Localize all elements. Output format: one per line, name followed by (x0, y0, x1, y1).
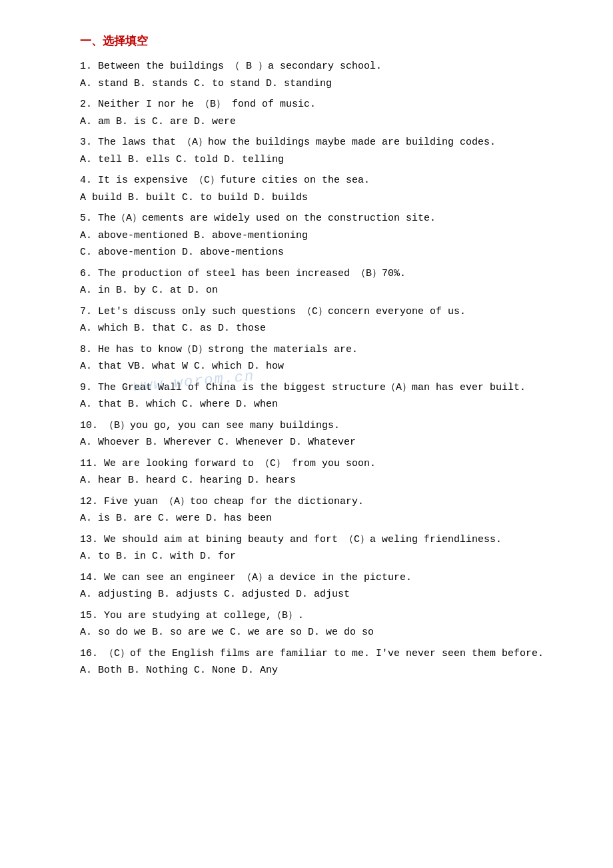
question-10-text: 10. （B）you go, you can see many building… (80, 417, 560, 435)
question-12-text: 12. Five yuan （A）too cheap for the dicti… (80, 493, 560, 511)
question-9-options: A. that B. which C. where D. when (80, 396, 560, 413)
question-4: 4. It is expensive （C）future cities on t… (80, 172, 560, 206)
question-5: 5. The（A）cements are widely used on the … (80, 210, 560, 261)
question-15-options: A. so do we B. so are we C. we are so D.… (80, 624, 560, 641)
question-8-options: A. that VB. what W C. which D. how (80, 358, 560, 375)
question-7-options: A. which B. that C. as D. those (80, 320, 560, 337)
question-11-options: A. hear B. heard C. hearing D. hears (80, 472, 560, 489)
question-1-options: A. stand B. stands C. to stand D. standi… (80, 75, 560, 93)
question-12: 12. Five yuan （A）too cheap for the dicti… (80, 493, 560, 527)
question-9: 9. The Great Wall of China is the bigges… (80, 379, 560, 413)
question-7: 7. Let's discuss only such questions （C）… (80, 303, 560, 337)
question-3-options: A. tell B. ells C. told D. telling (80, 151, 560, 169)
question-14-options: A. adjusting B. adjusts C. adjusted D. a… (80, 586, 560, 603)
question-15-text: 15. You are studying at college,（B）. (80, 607, 560, 625)
question-8-text: 8. He has to know（D）strong the materials… (80, 341, 560, 359)
question-14-text: 14. We can see an engineer （A）a device i… (80, 569, 560, 587)
question-3: 3. The laws that （A）how the buildings ma… (80, 134, 560, 168)
question-13-options: A. to B. in C. with D. for (80, 548, 560, 565)
question-4-options: A build B. built C. to build D. builds (80, 189, 560, 207)
question-16-text: 16. （C）of the English films are familiar… (80, 645, 560, 663)
question-2-options: A. am B. is C. are D. were (80, 113, 560, 131)
question-15: 15. You are studying at college,（B）. A. … (80, 607, 560, 641)
question-6: 6. The production of steel has been incr… (80, 265, 560, 299)
question-5-text: 5. The（A）cements are widely used on the … (80, 210, 560, 227)
question-11: 11. We are looking forward to （C） from y… (80, 455, 560, 489)
question-9-text: 9. The Great Wall of China is the bigges… (80, 379, 560, 397)
questions-container: 1. Between the buildings （ B ）a secondar… (80, 58, 560, 679)
question-5-options-line1: A. above-mentioned B. above-mentioning (80, 227, 560, 245)
question-16: 16. （C）of the English films are familiar… (80, 645, 560, 679)
question-8: 8. He has to know（D）strong the materials… (80, 341, 560, 375)
question-2-text: 2. Neither I nor he （B） fond of music. (80, 96, 560, 113)
question-14: 14. We can see an engineer （A）a device i… (80, 569, 560, 603)
question-16-options: A. Both B. Nothing C. None D. Any (80, 662, 560, 679)
question-1: 1. Between the buildings （ B ）a secondar… (80, 58, 560, 92)
question-3-text: 3. The laws that （A）how the buildings ma… (80, 134, 560, 151)
question-10: 10. （B）you go, you can see many building… (80, 417, 560, 451)
question-2: 2. Neither I nor he （B） fond of music. A… (80, 96, 560, 130)
question-1-text: 1. Between the buildings （ B ）a secondar… (80, 58, 560, 75)
question-11-text: 11. We are looking forward to （C） from y… (80, 455, 560, 473)
question-13: 13. We should aim at bining beauty and f… (80, 531, 560, 565)
question-6-text: 6. The production of steel has been incr… (80, 265, 560, 283)
question-6-options: A. in B. by C. at D. on (80, 282, 560, 299)
section-title: 一、选择填空 (80, 33, 560, 49)
question-12-options: A. is B. are C. were D. has been (80, 510, 560, 527)
question-13-text: 13. We should aim at bining beauty and f… (80, 531, 560, 549)
question-7-text: 7. Let's discuss only such questions （C）… (80, 303, 560, 321)
question-5-options-line2: C. above-mention D. above-mentions (80, 244, 560, 261)
question-10-options: A. Whoever B. Wherever C. Whenever D. Wh… (80, 434, 560, 451)
question-4-text: 4. It is expensive （C）future cities on t… (80, 172, 560, 189)
